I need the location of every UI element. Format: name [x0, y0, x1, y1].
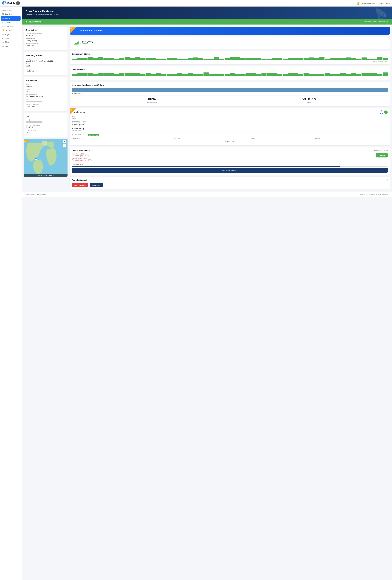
- sidebar-item-api-keys[interactable]: 🔑 API Keys: [0, 28, 22, 32]
- config-actions: ⚙ +: [380, 111, 388, 114]
- sidebar: Operations ⊞ Overview ◉ Assets 🌐 Cellula…: [0, 6, 22, 580]
- vendor-id-row: Vendor ID - Product ID 2c7c - 0125: [26, 104, 65, 108]
- col-configs: CONFIGS: [314, 137, 388, 140]
- process-no-data-row: No data found: [72, 140, 388, 143]
- active-interface-value: usb0 (Cellular): [26, 40, 65, 42]
- copy-token-button[interactable]: Copy Token: [90, 183, 103, 187]
- cellular-connection-row: Cellular Connection Status Available: [26, 33, 65, 37]
- remote-support-title: Remote Support: [72, 179, 87, 181]
- vendor-row: Vendor Quectel: [26, 84, 65, 87]
- dropdown-icon: ▼: [376, 2, 377, 4]
- sidebar-item-billing[interactable]: ◉ Billing ›: [0, 40, 22, 44]
- imei-label: IMEI: [26, 99, 65, 100]
- sidebar-label-api-keys: API Keys: [5, 29, 12, 31]
- uptime-pct-value: 100%: [72, 97, 230, 101]
- operations-section-label: Operations: [0, 9, 22, 12]
- assets-icon: ◉: [2, 17, 4, 19]
- billing-arrow-icon: ›: [19, 41, 19, 43]
- signal-quality-label: Signal Quality: [81, 41, 93, 43]
- platform-label: Platform: [26, 58, 65, 60]
- update-progress-track: [72, 166, 388, 167]
- connectivity-status-title: Connectivity Status: [72, 53, 388, 55]
- uptime-percent-stat: 100% Up for last 7 days: [72, 97, 230, 103]
- signal-bar-2: [75, 43, 76, 44]
- lte-modem-title: LTE Modem: [26, 80, 65, 82]
- manager-version-row: Manager Version: 1.10.2 Outdated, update…: [72, 158, 92, 161]
- logo-icon: [2, 1, 6, 5]
- map-zoom-out[interactable]: −: [63, 144, 66, 147]
- hostname-row: Hostname raspberrypi: [26, 68, 65, 72]
- manager-version-label: Manager Version: 1.10.2: [72, 158, 92, 159]
- priority-2-sub: Interface: wlan0: [72, 130, 388, 131]
- privacy-policy-link[interactable]: Privacy Policy: [26, 194, 35, 195]
- profile-link[interactable]: Profile: [379, 2, 384, 4]
- status-text: Device Online: [29, 21, 41, 23]
- connectivity-card: Connectivity Cellular Connection Status …: [24, 27, 68, 50]
- notification-icon[interactable]: 🔔: [357, 2, 360, 5]
- top-bar-left: Sixfab ←: [2, 1, 20, 5]
- update-required-label: Update Required: [72, 164, 388, 165]
- terminal-button[interactable]: BETA ›_ Open Remote Terminal: [70, 27, 390, 35]
- disable-access-button[interactable]: Disable Access: [72, 183, 88, 187]
- processes-header: ACTIVE PROCESSES Load Old Records: [72, 134, 388, 136]
- roaming-label: Roaming Operator: [26, 130, 65, 131]
- signal-info: Signal Quality Excellent: [81, 41, 93, 45]
- legend-label: usb0 (100%): [74, 92, 82, 94]
- registry-icon: ◉: [2, 33, 4, 36]
- signal-quality-inner: Signal Quality Excellent: [72, 39, 388, 47]
- svg-point-0: [2, 1, 6, 5]
- signal-bars: [74, 41, 79, 44]
- legend-dot: [72, 93, 73, 94]
- signal-bar-5: [78, 41, 79, 44]
- top-bar: Sixfab ← 🔔 hello@sixfab.com ▼ Profile Lo…: [0, 0, 392, 6]
- lte-tech-value: E-UTRAN: [26, 126, 65, 128]
- interface-legend: usb0 (100%): [72, 92, 388, 94]
- col-created-at: CREATED AT: [72, 137, 174, 140]
- config-add-btn[interactable]: +: [384, 111, 388, 114]
- sidebar-item-overview[interactable]: ⊞ Overview: [0, 12, 22, 16]
- terms-of-use-link[interactable]: Terms of Use: [37, 194, 46, 195]
- sim-title: SIM: [26, 115, 65, 117]
- signal-bar-1: [74, 44, 75, 44]
- help-arrow-icon: ›: [19, 46, 19, 47]
- sidebar-item-registry[interactable]: ◉ Registry: [0, 32, 22, 37]
- apn-field-label: APN: [72, 116, 388, 117]
- map-card: BETA: [24, 139, 68, 177]
- main-area: Operations ⊞ Overview ◉ Assets 🌐 Cellula…: [0, 6, 392, 580]
- vendor-id-label: Vendor ID - Product ID: [26, 104, 65, 105]
- map-accuracy-text: Accuracy is 898 meters, ▶: [24, 174, 68, 177]
- no-data-text: No data found: [72, 140, 388, 143]
- remote-support-actions: Disable Access Copy Token: [72, 183, 388, 187]
- cellular-connection-value: Available: [26, 35, 65, 37]
- config-settings-btn[interactable]: ⚙: [380, 111, 383, 114]
- back-button[interactable]: ←: [16, 1, 20, 5]
- connectivity-title: Connectivity: [26, 29, 65, 31]
- apn-field-value: super: [72, 118, 388, 120]
- version-info: Agent Version: 1.7.2-beta.2 Outdated, up…: [72, 153, 92, 162]
- map-zoom-in[interactable]: +: [63, 140, 66, 143]
- footer-copyright: Copyright © 2024 Sixfab. All rights rese…: [359, 194, 388, 195]
- firmware-value: EC25AFAR05A07M4G: [26, 96, 65, 97]
- sidebar-item-help[interactable]: ◉ Help ›: [0, 44, 22, 49]
- api-keys-icon: 🔑: [2, 29, 4, 31]
- device-maintenance-card: Device Maintenance Beta Program Enabled …: [70, 147, 390, 175]
- interfaces-card: Most Used Interfaces in Last 7 Days usb0…: [70, 82, 390, 106]
- map-area[interactable]: + − Accuracy is 898 meters, ▶: [24, 139, 68, 177]
- help-icon: ◉: [2, 45, 4, 47]
- processes-divider: [72, 133, 388, 133]
- page-title: Core Device Dashboard: [26, 10, 388, 13]
- remote-support-card: Remote Support ⓘ Disable Access Copy Tok…: [70, 177, 390, 189]
- sidebar-item-assets[interactable]: ◉ Assets: [1, 16, 20, 20]
- copy-installation-code-button[interactable]: Copy Installation Code: [72, 168, 388, 173]
- logout-link[interactable]: Logout: [385, 2, 390, 4]
- content-area: 📡 Core Device Dashboard Manage and monit…: [22, 6, 392, 580]
- sidebar-item-cellular[interactable]: 🌐 Cellular ›: [0, 20, 22, 25]
- imei-value: [26, 101, 42, 102]
- load-old-btn[interactable]: Load Old Records: [88, 134, 99, 136]
- update-button[interactable]: Update: [376, 153, 388, 157]
- signal-bar-4: [77, 42, 78, 44]
- device-status-bar: Device Online Last data updated 5 minute…: [22, 19, 392, 24]
- architecture-label: Architecture: [26, 63, 65, 65]
- imei-row: IMEI: [26, 99, 65, 103]
- maintenance-title: Device Maintenance: [72, 149, 90, 151]
